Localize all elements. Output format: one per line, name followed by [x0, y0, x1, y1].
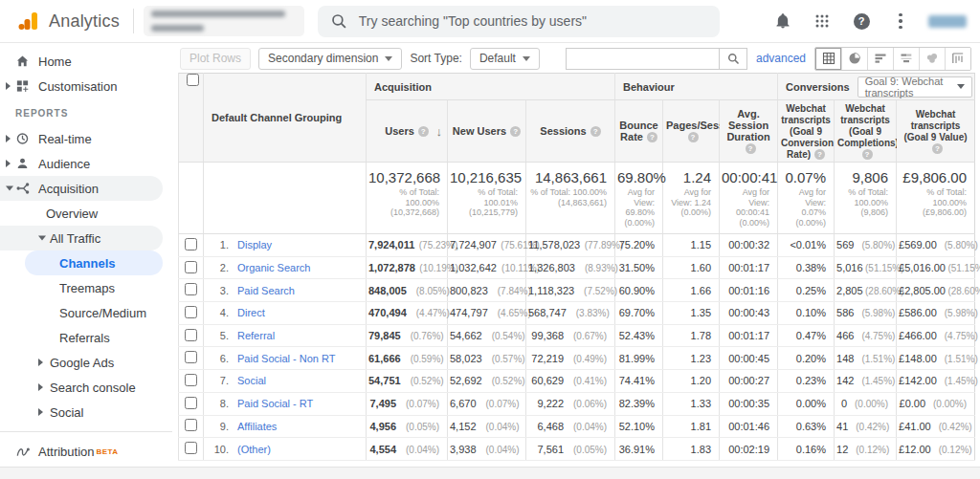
row-checkbox[interactable] — [185, 283, 197, 295]
sidebar-item-social[interactable]: Social — [0, 400, 172, 425]
table-search-input[interactable] — [566, 48, 719, 70]
row-checkbox[interactable] — [185, 329, 197, 341]
global-search[interactable]: Try searching "Top countries by users" — [318, 6, 720, 37]
sidebar-item-label: Attribution — [38, 445, 95, 459]
overflow-menu-button[interactable] — [889, 10, 912, 33]
channel-link[interactable]: Paid Social - Non RT — [237, 353, 336, 364]
total-completions: 9,806% of Total: 100.00% (9,806) — [835, 163, 897, 234]
row-checkbox[interactable] — [185, 351, 197, 363]
help-button[interactable]: ? — [850, 10, 873, 33]
channel-link[interactable]: Affiliates — [237, 421, 277, 432]
column-header-goal-conversion-rate[interactable]: Webchat transcripts (Goal 9 Conversion R… — [778, 100, 835, 163]
sidebar-item-treemaps[interactable]: Treemaps — [0, 275, 172, 300]
term-cloud-view-button[interactable] — [919, 48, 945, 70]
table-row: 2. Organic Search 1,072,878(10.19%) 1,03… — [179, 256, 975, 279]
column-header-new-users[interactable]: New Users? — [448, 100, 526, 163]
sidebar-item-customisation[interactable]: Customisation — [0, 74, 172, 98]
advanced-filter-link[interactable]: advanced — [756, 52, 806, 65]
cell-sessions: 11,578,023(77.89%) — [526, 234, 615, 257]
channel-link[interactable]: Referral — [237, 330, 275, 341]
data-view-button[interactable] — [815, 48, 841, 70]
sidebar-item-overview[interactable]: Overview — [0, 201, 172, 226]
cell-sessions: 1,326,803(8.93%) — [526, 256, 615, 279]
channel-link[interactable]: Display — [237, 239, 272, 250]
pivot-view-button[interactable] — [945, 48, 970, 70]
help-icon[interactable]: ? — [688, 132, 699, 142]
select-all-cell — [179, 74, 204, 163]
sidebar-item-all-traffic[interactable]: All Traffic — [0, 226, 163, 250]
column-header-goal-value[interactable]: Webchat transcripts (Goal 9 Value)? — [897, 100, 975, 163]
row-checkbox[interactable] — [185, 261, 197, 273]
cell-new-users: 6,670(0.07%) — [448, 392, 526, 415]
help-icon[interactable]: ? — [418, 126, 429, 137]
sidebar-item-search-console[interactable]: Search console — [0, 375, 172, 400]
select-all-checkbox[interactable] — [187, 74, 199, 86]
cell-conversion-rate: 0.23% — [778, 370, 835, 393]
help-icon[interactable]: ? — [746, 143, 756, 154]
plot-rows-button[interactable]: Plot Rows — [180, 48, 251, 70]
sidebar-item-source-medium[interactable]: Source/Medium — [0, 300, 172, 325]
cell-value: £466.00(4.75%) — [897, 324, 975, 347]
cell-conversion-rate: 0.10% — [778, 302, 835, 325]
row-checkbox[interactable] — [185, 374, 197, 386]
sidebar-item-home[interactable]: Home — [0, 49, 172, 74]
cell-value: £2,805.00(28.60%) — [897, 279, 975, 302]
sidebar-item-label: Google Ads — [50, 356, 114, 370]
cell-pages-session: 1.78 — [663, 324, 720, 347]
row-checkbox[interactable] — [185, 238, 197, 250]
row-checkbox[interactable] — [185, 442, 197, 454]
row-checkbox[interactable] — [185, 419, 197, 431]
cell-value: £569.00(5.80%) — [897, 234, 975, 257]
column-header-pages-session[interactable]: Pages/Session? — [663, 100, 720, 163]
column-header-avg-session-duration[interactable]: Avg. Session Duration? — [720, 100, 778, 163]
account-selector[interactable] — [144, 6, 304, 36]
cell-conversion-rate: 0.20% — [778, 347, 835, 370]
channel-link[interactable]: Direct — [237, 307, 265, 318]
column-header-users[interactable]: Users? ↓ — [367, 100, 448, 163]
cell-avg-session-duration: 00:00:27 — [720, 370, 778, 393]
row-checkbox[interactable] — [185, 306, 197, 318]
avatar[interactable] — [928, 15, 967, 28]
column-header-goal-completions[interactable]: Webchat transcripts (Goal 9 Completions)… — [835, 100, 897, 163]
sidebar-item-acquisition[interactable]: Acquisition — [0, 176, 163, 201]
help-icon[interactable]: ? — [932, 143, 943, 154]
analytics-logo[interactable]: Analytics — [17, 10, 120, 33]
cell-sessions: 7,561(0.05%) — [526, 438, 615, 461]
sidebar-item-referrals[interactable]: Referrals — [0, 325, 172, 350]
channel-link[interactable]: Social — [237, 375, 266, 386]
channel-link[interactable]: (Other) — [237, 444, 271, 455]
sidebar-item-channels[interactable]: Channels — [25, 250, 163, 275]
help-icon[interactable]: ? — [590, 126, 601, 137]
help-icon[interactable]: ? — [862, 149, 873, 160]
row-checkbox[interactable] — [185, 397, 197, 409]
sidebar-item-label: Home — [38, 54, 72, 69]
sidebar-item-label: Real-time — [38, 132, 92, 146]
sort-type-button[interactable]: Default — [470, 48, 540, 70]
cell-completions: 12(0.12%) — [835, 438, 897, 461]
column-header-bounce-rate[interactable]: Bounce Rate? — [615, 100, 663, 163]
help-icon[interactable]: ? — [647, 132, 657, 142]
total-pages-session: 1.24Avg for View: 1.24 (0.00%) — [663, 163, 720, 234]
apps-button[interactable] — [811, 10, 834, 33]
dimension-header[interactable]: Default Channel Grouping — [204, 74, 367, 163]
channel-link[interactable]: Organic Search — [237, 262, 310, 273]
performance-view-button[interactable] — [867, 48, 893, 70]
cell-users: 61,666(0.59%) — [367, 347, 448, 370]
column-header-sessions[interactable]: Sessions? — [526, 100, 615, 163]
help-icon[interactable]: ? — [510, 126, 521, 137]
channel-link[interactable]: Paid Social - RT — [237, 398, 313, 409]
comparison-view-button[interactable] — [893, 48, 919, 70]
goal-selector-dropdown[interactable]: Goal 9: Webchat transcripts — [858, 76, 972, 98]
sidebar-item-google-ads[interactable]: Google Ads — [0, 350, 172, 375]
notifications-button[interactable] — [771, 10, 794, 33]
sidebar-item-realtime[interactable]: Real-time — [0, 126, 172, 151]
help-icon[interactable]: ? — [814, 149, 825, 160]
channel-link[interactable]: Paid Search — [237, 285, 295, 296]
cell-avg-session-duration: 00:01:16 — [720, 279, 778, 302]
table-search-button[interactable] — [719, 48, 747, 70]
sidebar-item-audience[interactable]: Audience — [0, 151, 172, 176]
plot-rows-label: Plot Rows — [189, 52, 241, 65]
secondary-dimension-button[interactable]: Secondary dimension — [258, 48, 402, 70]
percentage-view-button[interactable] — [841, 48, 867, 70]
cell-bounce-rate: 75.20% — [615, 234, 663, 257]
